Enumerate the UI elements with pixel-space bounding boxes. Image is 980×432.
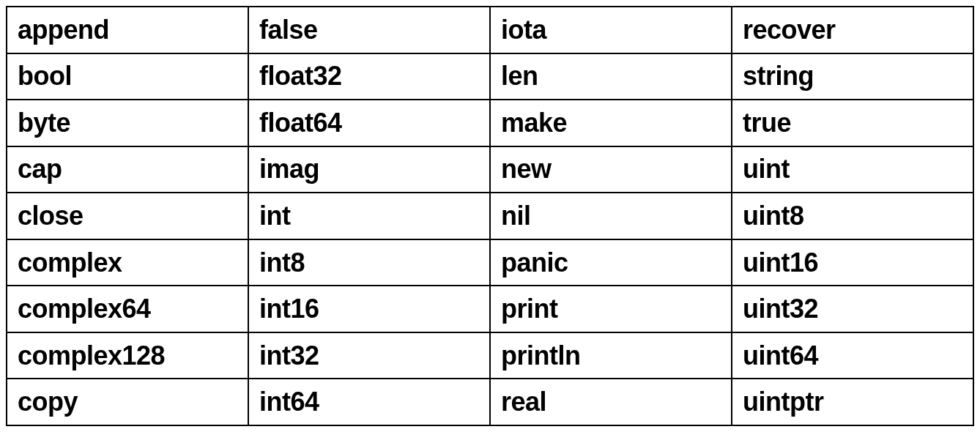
table-cell: true — [732, 100, 973, 146]
table-cell: float64 — [248, 100, 490, 146]
table-cell: uint64 — [732, 332, 973, 379]
table-row: copy int64 real uintptr — [7, 379, 973, 425]
table-cell: copy — [7, 379, 248, 425]
table-cell: imag — [248, 146, 490, 193]
table-cell: len — [490, 53, 732, 100]
table-cell: print — [490, 286, 732, 332]
table-cell: uint16 — [732, 239, 973, 286]
table-cell: int64 — [248, 379, 490, 425]
table-cell: println — [490, 332, 732, 379]
table-cell: uint — [732, 146, 973, 193]
table-cell: panic — [490, 239, 732, 286]
table-cell: uint8 — [732, 193, 973, 239]
table-cell: append — [7, 7, 248, 53]
table-cell: false — [248, 7, 490, 53]
table-row: byte float64 make true — [7, 100, 973, 146]
table-row: complex int8 panic uint16 — [7, 239, 973, 286]
table-cell: nil — [490, 193, 732, 239]
table-cell: int16 — [248, 286, 490, 332]
table-row: complex128 int32 println uint64 — [7, 332, 973, 379]
table-cell: bool — [7, 53, 248, 100]
table-cell: close — [7, 193, 248, 239]
table-cell: cap — [7, 146, 248, 193]
table-cell: iota — [490, 7, 732, 53]
table-cell: real — [490, 379, 732, 425]
table-cell: complex — [7, 239, 248, 286]
table-row: append false iota recover — [7, 7, 973, 53]
table-cell: byte — [7, 100, 248, 146]
table-cell: int — [248, 193, 490, 239]
table-cell: recover — [732, 7, 973, 53]
table-body: append false iota recover bool float32 l… — [7, 7, 973, 425]
table-cell: string — [732, 53, 973, 100]
table-row: bool float32 len string — [7, 53, 973, 100]
table-cell: int8 — [248, 239, 490, 286]
table-cell: complex128 — [7, 332, 248, 379]
table-cell: float32 — [248, 53, 490, 100]
table-cell: new — [490, 146, 732, 193]
table-cell: int32 — [248, 332, 490, 379]
table-row: close int nil uint8 — [7, 193, 973, 239]
identifiers-table: append false iota recover bool float32 l… — [6, 6, 974, 426]
table-cell: uintptr — [732, 379, 973, 425]
table-cell: uint32 — [732, 286, 973, 332]
table-cell: complex64 — [7, 286, 248, 332]
table-row: cap imag new uint — [7, 146, 973, 193]
table-cell: make — [490, 100, 732, 146]
table-row: complex64 int16 print uint32 — [7, 286, 973, 332]
